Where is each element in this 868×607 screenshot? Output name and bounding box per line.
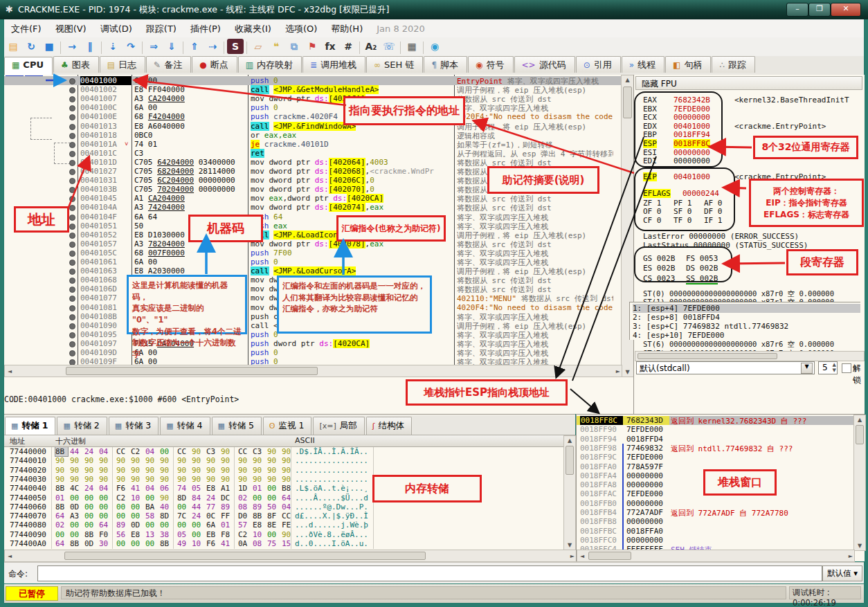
- tab-log[interactable]: ▤日志: [100, 56, 145, 73]
- tab-breakpoints[interactable]: ●断点: [192, 56, 237, 73]
- maximize-button[interactable]: ❐: [808, 3, 831, 17]
- menu-item-V[interactable]: 视图(V): [48, 19, 93, 37]
- disasm-row[interactable]: 0040104F6A 64push 64将字、双字或四字压入堆栈: [4, 212, 621, 221]
- breakpoint-dot[interactable]: [69, 215, 75, 221]
- label-icon[interactable]: ⧉: [286, 39, 302, 54]
- stack-vscrollbar[interactable]: ▲ ▼: [853, 415, 866, 551]
- dump-hscrollbar[interactable]: ◄ ►: [4, 550, 577, 562]
- comment-icon[interactable]: ❝: [268, 39, 284, 54]
- pause-icon[interactable]: ‖: [82, 39, 98, 54]
- unlock-checkbox[interactable]: [842, 363, 851, 373]
- calling-convention-select[interactable]: 默认(stdcall) ▼: [636, 361, 815, 374]
- disasm-row[interactable]: 0040109D6A 00push 0将字、双字或四字压入堆栈: [4, 348, 621, 357]
- breakpoint-dot[interactable]: [69, 114, 75, 120]
- disassembly-hscrollbar[interactable]: ◄ ►: [4, 365, 622, 377]
- command-preset-dropdown[interactable]: 默认值 ▾: [822, 565, 862, 581]
- dump-tab-dump1[interactable]: ▦转储 1: [5, 417, 55, 435]
- breakpoint-dot[interactable]: [69, 233, 75, 239]
- step-out-icon[interactable]: ⇓: [163, 39, 180, 54]
- step-over-icon[interactable]: ↷: [123, 39, 139, 54]
- breakpoint-dot[interactable]: [69, 287, 75, 293]
- stack-row[interactable]: 0018FFC000000000: [577, 536, 853, 545]
- title-bar[interactable]: ✱ CRACKME.EXE - PID: 1974 - 模块: crackme.…: [0, 0, 868, 19]
- dump-row[interactable]: 7744007064A300000000588D7C240CFFD08B8FCC…: [4, 511, 563, 520]
- breakpoint-dot[interactable]: [69, 359, 75, 365]
- disasm-row[interactable]: 00401097FF35 CA204000push dword ptr ds:[…: [4, 339, 621, 348]
- dump-row[interactable]: 774400B0FF74240CFF742408E84B010000B80000…: [4, 548, 563, 549]
- chevron-down-icon[interactable]: ▼: [801, 363, 813, 374]
- disasm-row[interactable]: 00401052E8 D1030000call <JMP.&LoadIconA>…: [4, 230, 621, 239]
- menu-item-F[interactable]: 文件(F): [4, 19, 48, 37]
- stack-argument-row[interactable]: 3: [esp+C] 77469832 ntdll.77469832: [633, 322, 854, 331]
- stack-row[interactable]: 0018FF9877469832返回到 ntdll.77469832 自 ???: [577, 444, 853, 453]
- dump-row[interactable]: 774400A0648B0D300000008B4910F6410A087515…: [4, 539, 563, 548]
- disasm-row[interactable]: 00401063E8 A2030000call <JMP.&LoadCursor…: [4, 266, 621, 275]
- stack-row[interactable]: 0018FFB800000000: [577, 517, 853, 526]
- disasm-row[interactable]: 00401057A3 78204000mov dword ptr ds:[402…: [4, 239, 621, 248]
- breakpoint-dot[interactable]: [69, 314, 75, 320]
- close-button[interactable]: ✕: [831, 3, 861, 17]
- breakpoint-dot[interactable]: [69, 124, 75, 130]
- breakpoint-dot[interactable]: [69, 133, 75, 139]
- disasm-row[interactable]: 004010616A 00push 0将字、双字或四字压入堆栈: [4, 257, 621, 266]
- stack-row[interactable]: 0018FFBC0018FFA0: [577, 527, 853, 536]
- breakpoint-dot[interactable]: [69, 105, 75, 111]
- minimize-button[interactable]: –: [786, 3, 808, 17]
- menu-item-O[interactable]: 选项(O): [278, 19, 324, 37]
- stack-row[interactable]: 0018FF940018FFD4: [577, 435, 853, 444]
- breakpoint-dot[interactable]: [69, 187, 75, 193]
- calculator-icon[interactable]: ▦: [404, 39, 420, 54]
- internet-icon[interactable]: ◉: [426, 39, 443, 54]
- dump-row[interactable]: 7744008002000064890D000000006A0157E88EFE…: [4, 520, 563, 529]
- tab-source[interactable]: <>源代码: [514, 56, 575, 73]
- breakpoint-dot[interactable]: [69, 151, 75, 157]
- run-to-cursor-icon[interactable]: ⇒: [145, 39, 162, 54]
- registers-hscrollbar[interactable]: [635, 351, 865, 361]
- breakpoint-dot[interactable]: [69, 142, 75, 148]
- x87-register-row[interactable]: ST(6) 00000000000000000000 x87r6 空 0.000…: [634, 340, 865, 349]
- dump-col-ascii[interactable]: ASCII: [295, 436, 315, 445]
- dump-tab-dump5[interactable]: ▦转储 5: [212, 417, 262, 435]
- stack-hscrollbar[interactable]: ◄ ►: [577, 550, 855, 562]
- dump-row[interactable]: 7744009000008BF056E813380500EBF8C2100090…: [4, 530, 563, 539]
- breakpoint-dot[interactable]: [69, 160, 75, 166]
- breakpoint-dot[interactable]: [69, 224, 75, 230]
- patch-icon[interactable]: ▱: [250, 39, 266, 54]
- breakpoint-dot[interactable]: [69, 78, 75, 84]
- tab-memory-map[interactable]: ▥内存映射: [238, 56, 302, 73]
- bookmark-icon[interactable]: ⚑: [304, 39, 320, 54]
- breakpoint-dot[interactable]: [69, 269, 75, 275]
- dump-tab-dump4[interactable]: ▦转储 4: [160, 417, 210, 435]
- disasm-row[interactable]: 0040109F6A 00push 0将字、双字或四字压入堆栈: [4, 357, 621, 365]
- disasm-row[interactable]: 00401045A1 CA204000mov eax,dword ptr ds:…: [4, 194, 621, 203]
- tab-script[interactable]: ¶脚本: [424, 56, 467, 73]
- tab-trace[interactable]: ∴跟踪: [712, 56, 755, 73]
- disasm-row[interactable]: 0040100E68 F4204000push crackme.4020F440…: [4, 112, 621, 121]
- tab-seh[interactable]: ∞SEH 链: [366, 56, 423, 73]
- stack-argument-row[interactable]: 1: [esp+4] 7EFDE000: [633, 304, 860, 313]
- dump-tab-dump2[interactable]: ▦转储 2: [57, 417, 107, 435]
- breakpoint-dot[interactable]: [69, 205, 75, 211]
- disasm-row[interactable]: 004010180BC0or eax,eax逻辑相容或: [4, 131, 621, 140]
- disasm-row[interactable]: 004010006A 00push 0EntryPoint 将字、双字或四字压入…: [4, 76, 621, 85]
- disasm-row[interactable]: 0040101CC3ret从子例程返回。从 esp 弹出 4 字节并转移到: [4, 149, 621, 158]
- tab-references[interactable]: ⊙引用: [576, 56, 621, 73]
- breakpoint-dot[interactable]: [69, 278, 75, 284]
- disasm-row[interactable]: 00401007A3 CA204000mov dword ptr ds:[402…: [4, 94, 621, 103]
- breakpoint-dot[interactable]: [69, 169, 75, 175]
- stack-row[interactable]: 0018FFB000000000: [577, 499, 853, 508]
- dump-row[interactable]: 7744002090909090909090909090909090909090…: [4, 466, 563, 475]
- breakpoint-dot[interactable]: [69, 341, 75, 347]
- dump-col-address[interactable]: 地址: [10, 436, 25, 447]
- dump-vscrollbar[interactable]: ▲ ▼: [563, 435, 576, 550]
- scylla-icon[interactable]: S: [227, 39, 244, 54]
- disasm-row[interactable]: 0040100C6A 00push 0将字、双字或四字压入堆栈: [4, 103, 621, 112]
- function-icon[interactable]: fx: [322, 39, 338, 54]
- dump-tab-locals[interactable]: [x=]局部: [313, 417, 364, 435]
- arg-depth-spinner[interactable]: 5 ▲▼: [818, 361, 838, 374]
- tab-symbols[interactable]: ◉符号: [468, 56, 513, 73]
- stack-row[interactable]: 0018FF9C7EFDE000: [577, 453, 853, 462]
- tab-cpu[interactable]: ▦CPU: [4, 57, 53, 75]
- dump-row[interactable]: 774400008B442404CCC20400CC90C390CCC39090…: [4, 447, 563, 456]
- disasm-row[interactable]: 00401002E8 FF040000call <JMP.&GetModuleH…: [4, 85, 621, 94]
